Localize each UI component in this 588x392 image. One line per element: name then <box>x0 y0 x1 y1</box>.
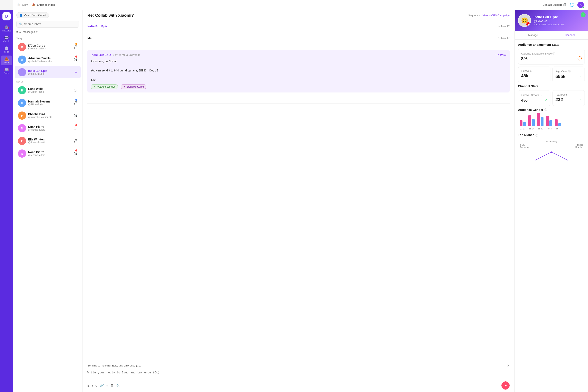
msg-name: Rene Wells <box>28 87 72 90</box>
msg-content: D'Jon Curtis @tomorrowTech <box>28 44 72 50</box>
niche-triangle-svg <box>531 150 572 162</box>
bar-label: 65+ <box>556 128 560 130</box>
date-value: Nov 18 <box>498 53 506 56</box>
attachment-icon: ✓ <box>93 85 95 88</box>
bar-label: 40-65 <box>546 128 552 130</box>
bold-button[interactable]: B <box>88 384 90 387</box>
msg-handle: @fitnessFanatic <box>28 141 72 144</box>
nav-boostbot-label: BoostBot <box>2 30 11 32</box>
reply-icon: 💬 <box>74 45 78 48</box>
list-item[interactable]: P Pheobe Bird @futuristicFashionista 💬 <box>15 110 81 122</box>
sender-name: Indie But Epic <box>88 24 108 28</box>
search-box[interactable]: 🔍 <box>16 20 79 28</box>
reply-icon: 💬 <box>74 126 78 130</box>
list-item[interactable]: R Rene Wells @UrbanTechie 💬 <box>15 84 81 96</box>
sequence-link[interactable]: Xiaomi CES Campaign <box>482 14 510 17</box>
contact-support-button[interactable]: Contact Support 💬 <box>543 3 566 6</box>
gender-title: Audience Gender <box>518 108 543 112</box>
filter-select[interactable]: ≡ All messages ▾ <box>16 30 38 34</box>
engagement-rate-label: Audience Engagement Rate ⓘ <box>521 52 582 55</box>
engagement-rate-card: Audience Engagement Rate ⓘ 8% <box>518 49 585 64</box>
reply-icon: 💬 <box>74 88 78 92</box>
unread-indicator <box>75 150 78 152</box>
unordered-list-button[interactable]: ☰ <box>111 384 113 387</box>
attachment-img[interactable]: ✦ BrandMood.img <box>121 84 146 89</box>
sender-name: Me <box>88 36 92 40</box>
bar-group-25-40: 25-40 <box>537 113 544 130</box>
list-item[interactable]: A Adrianne Smalls @whatsThatWearable 💬 <box>15 54 81 66</box>
nav-inbox[interactable]: 📥 Inbox <box>1 56 12 65</box>
ordered-list-button[interactable]: ≡ <box>106 384 108 387</box>
reply-area: Sending to Indie But Epic, and Lawrence … <box>82 361 514 392</box>
reply-close-button[interactable]: ✕ <box>507 364 510 368</box>
profile-campaign: Xiaomi Urban Tech Winter 2024 <box>534 23 565 26</box>
app-logo[interactable]: B <box>2 12 10 20</box>
right-panel: 😊 ▶ Indie But Epic @indieButEpic Xiaomi … <box>514 10 588 392</box>
list-item[interactable]: H Hannah Stevens @SiliconStyle 💬 <box>15 97 81 109</box>
niche-fitness: FitnessRoutine <box>575 144 583 148</box>
bar-female <box>520 120 522 126</box>
nav-boostbot[interactable]: 🤖 BoostBot <box>1 24 12 34</box>
info-icon: ⓘ <box>536 134 538 138</box>
breadcrumb: 📋 CRM / 📥 Enriched Inbox <box>17 3 55 6</box>
msg-name: Ella Whitten <box>28 138 72 141</box>
forward-arrow: ↪ <box>498 36 500 40</box>
bar-label: 25-40 <box>538 128 543 130</box>
msg-handle: @futuristicFashionista <box>28 116 72 118</box>
translate-icon[interactable]: 🌐 <box>570 3 574 7</box>
italic-button[interactable]: I <box>92 384 93 387</box>
profile-name: Indie But Epic <box>534 15 565 20</box>
attachment-xlsx[interactable]: ✓ KOLAddress.xlsx <box>91 84 118 89</box>
nav-guide[interactable]: 📖 Guide <box>1 66 12 76</box>
list-item[interactable]: N Noah Pierre @technoTailors 💬 <box>15 148 81 160</box>
sidebar-top: 👤 Vivian from Xiaomi <box>13 10 82 18</box>
nav-classic[interactable]: 💬 Classic <box>1 34 12 44</box>
list-item[interactable]: D D'Jon Curtis @tomorrowTech 💬 <box>15 41 81 53</box>
bar-male <box>558 123 561 126</box>
more-button[interactable]: ··· <box>88 94 510 100</box>
link-button[interactable]: 🔗 <box>100 384 104 387</box>
email-message: Indie But Epic ↪ Nov 17 <box>88 21 510 33</box>
main-content: Re: Collab with Xiaomi? Sequence: Xiaomi… <box>82 10 514 392</box>
msg-date: ↪ Nov 17 <box>498 25 510 28</box>
vivian-chip[interactable]: 👤 Vivian from Xiaomi <box>16 12 49 18</box>
niches-labels: InjuryRecovery FitnessRoutine <box>518 144 585 148</box>
msg-meta: 💬 <box>74 126 78 130</box>
user-avatar[interactable]: A <box>578 2 584 8</box>
msg-name: Indie But Epic <box>28 69 73 72</box>
tab-manage[interactable]: Manage <box>515 31 552 40</box>
growth-check: ✓ <box>545 98 547 102</box>
breadcrumb-sep: / <box>30 3 30 6</box>
bar-male <box>541 117 544 126</box>
search-input[interactable] <box>24 22 76 26</box>
bar-pair <box>520 120 526 126</box>
email-message-highlighted: Indie But Epic Sent to Me & Lawrence ↪ N… <box>88 45 510 104</box>
profile-header: 😊 ▶ Indie But Epic @indieButEpic Xiaomi … <box>515 10 588 31</box>
online-indicator <box>582 6 584 8</box>
msg-content: Noah Pierre @technoTailors <box>28 125 72 131</box>
send-button[interactable]: ➤ <box>502 382 510 390</box>
attachment-button[interactable]: 📎 <box>116 384 120 387</box>
bar-pair <box>555 119 561 126</box>
list-item[interactable]: N Noah Pierre @technoTailors 💬 <box>15 122 81 134</box>
filter-chevron: ▾ <box>36 30 38 34</box>
tab-channel[interactable]: Channel <box>552 31 588 40</box>
msg-meta: 💬 <box>74 45 78 48</box>
bar-male <box>550 120 552 126</box>
attachments: ✓ KOLAddress.xlsx ✦ BrandMood.img <box>91 84 506 89</box>
nav-crm-label: CRM <box>4 51 9 53</box>
crm-icon: 📋 <box>17 3 20 6</box>
reply-input[interactable] <box>88 369 510 379</box>
avatar: N <box>18 124 26 132</box>
underline-button[interactable]: U <box>95 384 98 387</box>
email-thread: Indie But Epic ↪ Nov 17 Me ↪ Nov 17 <box>82 21 514 361</box>
views-check: ✓ <box>579 74 582 78</box>
list-item[interactable]: E Ella Whitten @fitnessFanatic 💬 <box>15 135 81 147</box>
bar-male <box>523 122 526 126</box>
list-item[interactable]: I Indie But Epic @indieButEpic ↪ <box>15 66 81 78</box>
email-subject: Re: Collab with Xiaomi? <box>88 13 134 18</box>
svg-point-0 <box>551 152 552 153</box>
nav-crm[interactable]: 📋 CRM <box>1 45 12 55</box>
msg-handle: @tomorrowTech <box>28 47 72 50</box>
email-body: Awesome, can't wait! You can send it to … <box>91 59 506 82</box>
